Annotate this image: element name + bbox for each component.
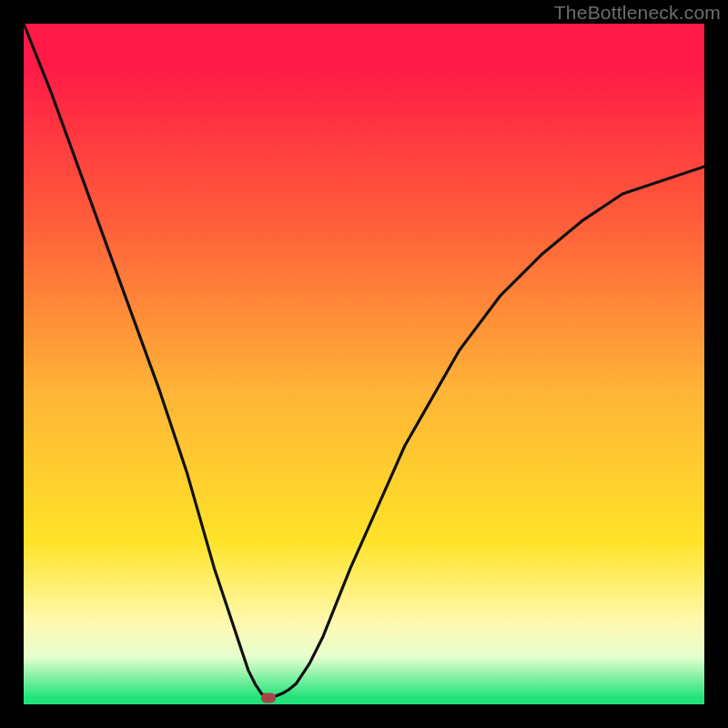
chart-frame: TheBottleneck.com <box>0 0 728 728</box>
bottleneck-curve <box>24 24 704 698</box>
watermark-text: TheBottleneck.com <box>554 2 721 24</box>
plot-area <box>24 24 704 704</box>
minimum-marker <box>261 693 276 703</box>
curve-svg <box>24 24 704 704</box>
